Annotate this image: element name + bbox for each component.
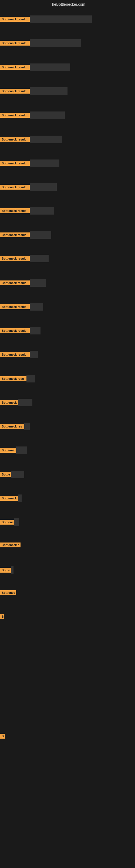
bottleneck-bar bbox=[30, 112, 65, 119]
bottleneck-bar bbox=[30, 135, 62, 143]
bottleneck-result-label: Bottleneck result bbox=[0, 113, 30, 118]
bottleneck-result-label: Bottleneck result bbox=[0, 328, 30, 333]
list-item: Bottleneck result bbox=[0, 231, 51, 239]
bottleneck-bar bbox=[30, 16, 92, 23]
bottleneck-result-label: Bottleneck result bbox=[0, 352, 30, 357]
bottleneck-result-label: B bbox=[0, 614, 4, 619]
list-item: Bottleneck res bbox=[0, 423, 30, 430]
bottleneck-bar bbox=[30, 231, 51, 239]
bottleneck-result-label: Bottleneck result bbox=[0, 185, 30, 190]
list-item: Bottleneck bbox=[0, 495, 21, 502]
bottleneck-result-label: Bottleneck bbox=[0, 496, 18, 501]
list-item: Bo bbox=[0, 734, 5, 739]
bottleneck-result-label: Bottleneck result bbox=[0, 65, 30, 70]
bottleneck-bar bbox=[30, 63, 70, 71]
bottleneck-result-label: Bottlenec bbox=[0, 590, 16, 595]
bottleneck-result-label: Bottleneck resu bbox=[0, 376, 27, 381]
bottleneck-result-label: Bottleneck result bbox=[0, 208, 30, 213]
bottleneck-result-label: Bottleneck result bbox=[0, 232, 30, 237]
list-item: Bottleneck r bbox=[0, 542, 20, 547]
bottleneck-result-label: Bottleneck bbox=[0, 400, 18, 405]
bottleneck-bar bbox=[30, 279, 46, 287]
bottleneck-bar bbox=[30, 183, 57, 191]
bottleneck-bar bbox=[30, 207, 54, 215]
bottleneck-result-label: Bottlenec bbox=[0, 448, 16, 453]
list-item: Bottleneck result bbox=[0, 39, 81, 47]
bottleneck-bar bbox=[30, 159, 59, 167]
list-item: Bottleneck result bbox=[0, 112, 65, 119]
bottleneck-result-label: Bottleneck r bbox=[0, 542, 20, 547]
bottleneck-result-label: Bottleneck result bbox=[0, 304, 30, 309]
bottleneck-result-label: Bottleneck result bbox=[0, 280, 30, 285]
bottleneck-bar bbox=[30, 255, 49, 262]
list-item: Bottlenec bbox=[0, 446, 27, 454]
list-item: Bottleneck result bbox=[0, 16, 92, 23]
bottleneck-bar bbox=[11, 471, 24, 478]
list-item: Bottleneck result bbox=[0, 63, 70, 71]
list-item: Bottleneck result bbox=[0, 207, 54, 215]
bottleneck-bar bbox=[18, 495, 21, 502]
list-item: Bottleneck result bbox=[0, 279, 46, 287]
list-item: Bottleneck result bbox=[0, 159, 59, 167]
list-item: Bottlenec bbox=[0, 590, 16, 595]
list-item: B bbox=[0, 614, 4, 619]
bottleneck-bar bbox=[30, 39, 81, 47]
bottleneck-result-label: Bottleneck result bbox=[0, 17, 30, 22]
bottleneck-result-label: Bottlene bbox=[0, 520, 14, 525]
site-title: TheBottlenecker.com bbox=[0, 0, 135, 8]
bottleneck-result-label: Bottleneck res bbox=[0, 424, 24, 429]
list-item: Bottleneck result bbox=[0, 255, 49, 262]
list-item: Bottleneck result bbox=[0, 135, 62, 143]
bottleneck-result-label: Bottleneck result bbox=[0, 161, 30, 166]
list-item: Bottleneck result bbox=[0, 303, 43, 311]
list-item: Bottlene bbox=[0, 518, 19, 526]
bottleneck-bar bbox=[14, 518, 19, 526]
bottleneck-result-label: Bottleneck result bbox=[0, 256, 30, 261]
list-item: Bottle bbox=[0, 471, 24, 478]
list-item: Bottle bbox=[0, 566, 13, 574]
list-item: Bottleneck resu bbox=[0, 375, 35, 382]
list-item: Bottleneck result bbox=[0, 351, 38, 358]
bottleneck-result-label: Bottle bbox=[0, 568, 11, 572]
bottleneck-bar bbox=[16, 446, 27, 454]
bottleneck-bar bbox=[11, 566, 13, 574]
bottleneck-result-label: Bottleneck result bbox=[0, 41, 30, 45]
bottleneck-result-label: Bottleneck result bbox=[0, 137, 30, 142]
list-item: Bottleneck bbox=[0, 399, 32, 406]
bottleneck-bar bbox=[30, 303, 43, 311]
bottleneck-bar bbox=[18, 399, 32, 406]
bottleneck-bar bbox=[30, 327, 41, 335]
bottleneck-result-label: Bo bbox=[0, 734, 5, 739]
list-item: Bottleneck result bbox=[0, 327, 41, 335]
list-item: Bottleneck result bbox=[0, 87, 68, 95]
bottleneck-bar bbox=[30, 87, 68, 95]
bottleneck-bar bbox=[27, 375, 35, 382]
bottleneck-bar bbox=[24, 423, 30, 430]
bottleneck-bar bbox=[30, 351, 38, 358]
bottleneck-result-label: Bottleneck result bbox=[0, 89, 30, 94]
list-item: Bottleneck result bbox=[0, 183, 57, 191]
bottleneck-result-label: Bottle bbox=[0, 472, 11, 477]
